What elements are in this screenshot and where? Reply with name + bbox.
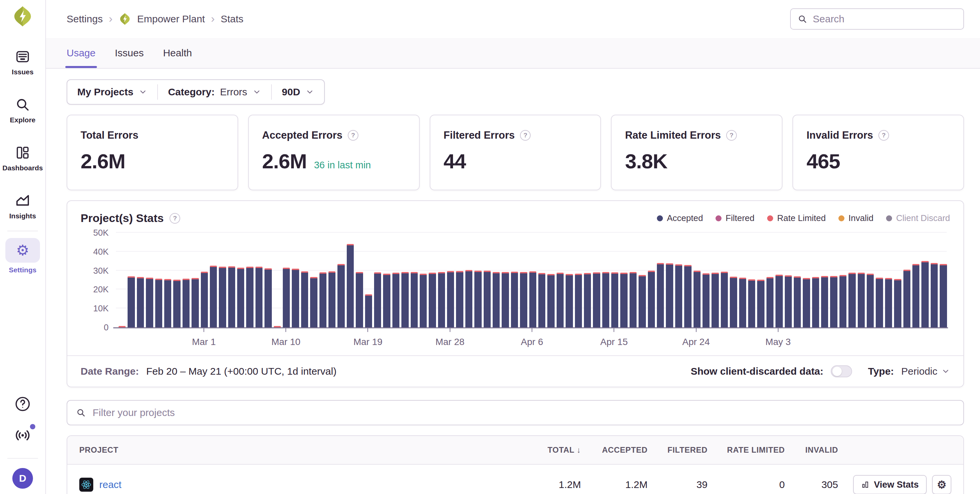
chart-bar[interactable] [821,276,828,327]
chart-bar[interactable] [848,272,856,327]
chart-bar[interactable] [420,274,427,327]
chart-bar[interactable] [858,272,865,327]
chart-bar[interactable] [575,274,582,327]
chart-bar[interactable] [703,273,710,327]
chart-bar[interactable] [502,272,509,327]
chart-bar[interactable] [365,294,372,327]
chart-bar[interactable] [557,272,564,327]
chart-bar[interactable] [356,272,363,327]
project-filter-input[interactable] [92,407,955,418]
column-header-invalid[interactable]: INVALID [785,445,838,455]
chart-bar[interactable] [328,271,336,327]
type-dropdown[interactable]: Periodic [901,366,950,377]
chart-bar[interactable] [894,279,901,327]
view-stats-button[interactable]: View Stats [853,475,927,494]
sidebar-item-insights[interactable]: Insights [1,193,44,220]
tab-usage[interactable]: Usage [67,38,95,68]
chart-bar[interactable] [383,274,390,327]
chart-bar[interactable] [694,271,700,327]
sidebar-item-settings[interactable]: ⚙ Settings [1,238,44,274]
chart-bar[interactable] [201,272,208,327]
chart-bar[interactable] [593,272,600,327]
chart-bar[interactable] [456,271,463,327]
chart-bar[interactable] [137,277,144,327]
chart-bar[interactable] [320,272,326,327]
chart-bar[interactable] [274,326,281,327]
tab-health[interactable]: Health [163,38,192,68]
sidebar-item-issues[interactable]: Issues [1,49,44,76]
chart-bar[interactable] [173,280,180,327]
chart-bar[interactable] [310,277,317,327]
column-header-project[interactable]: PROJECT [79,445,523,455]
chart-bar[interactable] [337,264,344,327]
chart-bar[interactable] [155,279,162,327]
chart-bar[interactable] [219,267,226,327]
chart-bar[interactable] [429,272,436,327]
whats-new-button[interactable] [14,427,31,444]
chart-bar[interactable] [119,326,126,327]
chart-bar[interactable] [785,275,792,327]
chart-bar[interactable] [191,278,199,327]
help-button[interactable] [14,395,31,413]
chart-bar[interactable] [721,272,728,327]
chart-bar[interactable] [876,278,883,327]
chart-bar[interactable] [566,274,573,327]
chart-bar[interactable] [767,277,773,327]
chart-bar[interactable] [392,272,399,327]
chart-bar[interactable] [757,280,764,327]
chart-bar[interactable] [447,271,454,327]
chart-bar[interactable] [675,265,682,327]
legend-item[interactable]: Rate Limited [767,213,826,223]
global-search[interactable] [790,8,964,30]
chart-bar[interactable] [885,278,892,327]
chart-bar[interactable] [301,271,308,327]
legend-item[interactable]: Client Discard [886,213,950,223]
chart-bar[interactable] [803,278,810,327]
chart-bar[interactable] [739,278,746,327]
column-header-filtered[interactable]: FILTERED [648,445,708,455]
chart-bar[interactable] [611,272,618,327]
chart-bar[interactable] [127,276,135,327]
chart-bar[interactable] [264,268,272,327]
chart-bar[interactable] [474,271,481,327]
chart-bar[interactable] [630,272,636,327]
chart-bar[interactable] [210,266,217,327]
chart-bar[interactable] [511,272,518,327]
chart-bar[interactable] [520,272,527,327]
chart-bar[interactable] [684,265,691,327]
project-settings-button[interactable]: ⚙ [932,475,951,494]
chart-bar[interactable] [529,271,536,327]
chart-bar[interactable] [146,278,153,327]
legend-item[interactable]: Accepted [657,213,703,223]
help-icon[interactable]: ? [170,213,180,224]
chart-bar[interactable] [748,279,755,327]
chart-bar[interactable] [547,274,554,327]
chart-bar[interactable] [812,277,819,327]
help-icon[interactable]: ? [726,130,737,141]
chart-bar[interactable] [657,263,664,327]
chart-bar[interactable] [374,272,381,327]
chart-bar[interactable] [538,273,545,327]
project-filter[interactable] [67,400,964,425]
chart-bar[interactable] [921,261,928,327]
help-icon[interactable]: ? [348,130,358,141]
user-avatar[interactable]: D [12,468,33,489]
chart-bar[interactable] [292,269,299,327]
chart-bar[interactable] [164,279,171,327]
chart-bar[interactable] [830,276,837,327]
chart-bar[interactable] [931,263,938,327]
chart-bar[interactable] [839,275,846,327]
chart-bar[interactable] [401,272,408,327]
client-discard-toggle[interactable] [831,365,852,377]
org-logo-icon[interactable] [12,5,33,27]
chart-bar[interactable] [912,264,920,327]
help-icon[interactable]: ? [520,130,531,141]
chart-bar[interactable] [867,274,874,327]
date-range-dropdown[interactable]: 90D [272,80,324,104]
help-icon[interactable]: ? [878,130,889,141]
chart-bar[interactable] [283,268,290,327]
category-dropdown[interactable]: Category: Errors [158,80,271,104]
chart-bar[interactable] [775,275,783,327]
chart-bar[interactable] [228,266,235,327]
chart-bar[interactable] [246,267,253,327]
